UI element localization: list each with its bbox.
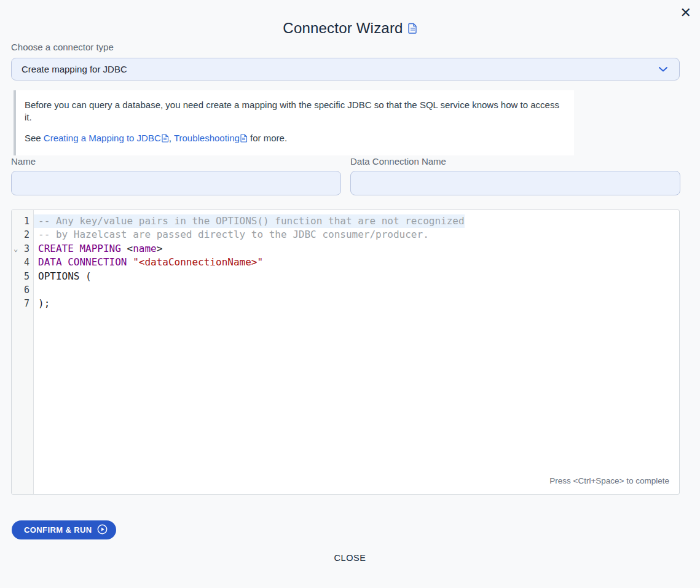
confirm-and-run-button[interactable]: CONFIRM & RUN xyxy=(12,520,116,539)
fold-toggle-icon[interactable]: ⌄ xyxy=(14,242,18,256)
code-line[interactable]: 4DATA CONNECTION "<dataConnectionName>" xyxy=(12,256,679,269)
info-text: Before you can query a database, you nee… xyxy=(25,99,563,123)
chevron-down-icon xyxy=(658,64,668,75)
link-creating-mapping-jdbc[interactable]: Creating a Mapping to JDBC xyxy=(44,133,161,143)
code-text: CREATE MAPPING <name> xyxy=(34,242,162,256)
name-input[interactable] xyxy=(11,171,341,195)
line-number: 6 xyxy=(12,283,34,297)
code-text: OPTIONS ( xyxy=(34,270,92,283)
line-number: ⌄3 xyxy=(12,242,34,256)
code-line[interactable]: 2-- by Hazelcast are passed directly to … xyxy=(12,228,679,241)
code-text: -- Any key/value pairs in the OPTIONS() … xyxy=(34,214,465,228)
code-line[interactable]: 7); xyxy=(12,297,679,310)
data-connection-name-input[interactable] xyxy=(350,171,680,195)
connector-wizard-dialog: ✕ Connector Wizard Choose a connector ty… xyxy=(0,0,700,588)
code-text: -- by Hazelcast are passed directly to t… xyxy=(34,228,429,241)
doc-icon xyxy=(240,134,248,144)
info-callout: Before you can query a database, you nee… xyxy=(14,90,574,155)
connector-type-select[interactable]: Create mapping for JDBC xyxy=(11,58,680,80)
line-number: 5 xyxy=(12,270,34,283)
info-separator: , xyxy=(169,133,174,143)
doc-icon xyxy=(162,134,169,144)
editor-autocomplete-hint: Press <Ctrl+Space> to complete xyxy=(549,476,669,485)
info-suffix: for more. xyxy=(248,133,287,143)
docs-icon[interactable] xyxy=(408,23,417,34)
confirm-and-run-label: CONFIRM & RUN xyxy=(24,525,92,535)
code-line[interactable]: 5OPTIONS ( xyxy=(12,270,679,283)
connector-type-label: Choose a connector type xyxy=(11,42,114,52)
editor-code-area[interactable]: 1-- Any key/value pairs in the OPTIONS()… xyxy=(12,210,679,311)
line-number: 2 xyxy=(12,228,34,241)
info-see: See xyxy=(25,133,44,143)
code-line[interactable]: 1-- Any key/value pairs in the OPTIONS()… xyxy=(12,214,679,228)
data-connection-name-label: Data Connection Name xyxy=(350,156,446,167)
link-troubleshooting[interactable]: Troubleshooting xyxy=(174,133,240,143)
info-links-line: See Creating a Mapping to JDBC, Troubles… xyxy=(25,132,563,146)
close-button[interactable]: CLOSE xyxy=(0,553,700,563)
sql-editor[interactable]: 1-- Any key/value pairs in the OPTIONS()… xyxy=(11,210,680,495)
line-number: 4 xyxy=(12,256,34,269)
code-text: DATA CONNECTION "<dataConnectionName>" xyxy=(34,256,263,269)
line-number: 1 xyxy=(12,214,34,228)
name-label: Name xyxy=(11,156,36,167)
code-text xyxy=(34,283,38,297)
dialog-header: Connector Wizard xyxy=(0,20,700,37)
connector-type-value: Create mapping for JDBC xyxy=(22,64,127,74)
code-line[interactable]: 6 xyxy=(12,283,679,297)
code-text: ); xyxy=(34,297,50,310)
page-title: Connector Wizard xyxy=(283,20,403,37)
play-circle-icon xyxy=(97,524,108,536)
code-line[interactable]: ⌄3CREATE MAPPING <name> xyxy=(12,242,679,256)
line-number: 7 xyxy=(12,297,34,310)
